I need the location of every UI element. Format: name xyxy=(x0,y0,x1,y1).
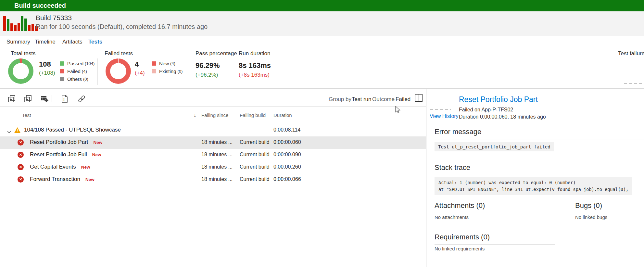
trend-sparkline-placeholder xyxy=(624,83,643,84)
failed-icon: ✕ xyxy=(18,139,24,146)
build-status-text: Build succeeded xyxy=(14,2,66,9)
total-tests-label: Total tests xyxy=(11,50,36,57)
group-by-label: Group by xyxy=(329,96,351,103)
stack-trace-heading: Stack trace xyxy=(435,163,644,175)
legend-item-new: New(4) xyxy=(152,59,183,67)
new-swatch xyxy=(152,61,156,66)
failing-since-cell: 18 minutes ... xyxy=(201,176,233,182)
passed-swatch xyxy=(60,61,64,66)
attachments-empty-text: No attachments xyxy=(435,214,469,220)
duration-cell: 0:00:00.060 xyxy=(273,139,301,145)
failing-build-cell: Current build xyxy=(240,176,270,182)
detail-test-title: Reset Portfolio Job Part xyxy=(459,95,538,104)
build-subtitle: Ran for 100 seconds (Default), completed… xyxy=(36,23,208,31)
new-badge: New xyxy=(92,152,101,157)
new-badge: New xyxy=(85,177,95,182)
failed-tests-label: Failed tests xyxy=(105,50,133,57)
test-results-pane: ! Group by Test run Outcome Failed Test … xyxy=(0,89,426,267)
requirements-empty-text: No linked requirements xyxy=(435,246,485,251)
divider xyxy=(426,122,644,122)
test-row[interactable]: ✕ Get Capital EventsNew 18 minutes ... C… xyxy=(0,161,426,173)
error-message-heading: Error message xyxy=(435,128,644,139)
legend-item-failed: Failed(4) xyxy=(60,67,95,75)
run-duration-delta: (+8s 163ms) xyxy=(239,72,270,78)
collapse-all-icon[interactable] xyxy=(24,95,32,103)
total-tests-legend: Passed(104) Failed(4) Others(0) xyxy=(60,59,95,83)
pass-percentage-value: 96.29% xyxy=(196,61,220,70)
column-header-failing-since[interactable]: Failing since xyxy=(201,112,228,118)
test-detail-panel: Reset Portfolio Job Part View History Fa… xyxy=(426,89,644,267)
chevron-down-icon[interactable] xyxy=(7,129,11,132)
results-rows: ! 104/108 Passed - UTPLSQL Showcase 0:00… xyxy=(0,124,426,186)
link-icon[interactable] xyxy=(77,95,86,103)
new-badge: New xyxy=(94,140,103,145)
view-history-link[interactable]: View History xyxy=(430,113,459,119)
results-grid-header: Test ↓ Failing since Failing build Durat… xyxy=(0,107,426,122)
total-tests-delta: (+108) xyxy=(39,70,55,76)
legend-item-existing: Existing(0) xyxy=(152,67,183,75)
existing-swatch xyxy=(152,69,156,73)
requirements-heading: Requirements (0) xyxy=(435,233,555,245)
run-duration-label: Run duration xyxy=(239,50,270,57)
column-header-duration[interactable]: Duration xyxy=(273,112,292,118)
stack-trace-text: Actual: 1 (number) was expected to equal… xyxy=(435,177,632,195)
tab-summary[interactable]: Summary xyxy=(6,39,30,45)
duration-cell: 0:00:00.090 xyxy=(273,152,301,158)
new-badge: New xyxy=(81,165,90,170)
failing-build-cell: Current build xyxy=(240,139,270,145)
failing-build-cell: Current build xyxy=(240,164,270,170)
build-header: Build 75333 Ran for 100 seconds (Default… xyxy=(0,11,644,36)
history-sparkline-placeholder xyxy=(430,109,451,110)
group-row[interactable]: ! 104/108 Passed - UTPLSQL Showcase 0:00… xyxy=(0,124,426,136)
total-tests-value: 108 xyxy=(39,60,51,69)
outcome-value[interactable]: Failed xyxy=(396,96,410,103)
results-toolbar: ! Group by Test run Outcome Failed xyxy=(0,89,426,107)
bugs-empty-text: No linked bugs xyxy=(575,214,607,220)
svg-text:!: ! xyxy=(63,97,65,102)
failed-tests-donut xyxy=(106,58,131,84)
split-view-icon[interactable] xyxy=(415,94,423,102)
test-name: Reset Portfolio Job Part xyxy=(30,139,88,145)
run-duration-value: 8s 163ms xyxy=(239,61,271,70)
failing-since-cell: 18 minutes ... xyxy=(201,152,233,158)
build-tests-page: Build succeeded Build 75333 Ran for 100 … xyxy=(0,0,644,267)
failed-tests-value: 4 xyxy=(135,60,139,69)
failed-icon: ✕ xyxy=(18,152,24,158)
divider xyxy=(97,58,98,85)
detail-failed-on: Failed on App-P-TFS02 xyxy=(459,107,513,113)
group-by-value[interactable]: Test run xyxy=(352,96,371,103)
failing-since-cell: 18 minutes ... xyxy=(201,164,233,170)
warning-icon: ! xyxy=(14,127,20,133)
test-name: Get Capital Events xyxy=(30,164,76,170)
test-name: Forward Transaction xyxy=(30,176,80,182)
error-message-text: Test ut_p_reset_portfolio_job_part faile… xyxy=(435,142,554,151)
failing-since-cell: 18 minutes ... xyxy=(201,139,233,145)
test-row[interactable]: ✕ Reset Portfolio Job PartNew 18 minutes… xyxy=(0,136,426,149)
group-row-duration: 0:00:08.114 xyxy=(273,127,300,133)
pass-percentage-label: Pass percentage xyxy=(196,50,237,57)
toolbar-divider xyxy=(52,95,52,102)
outcome-label: Outcome xyxy=(372,96,395,103)
build-status-banner: Build succeeded xyxy=(0,0,644,11)
column-header-test[interactable]: Test xyxy=(22,112,31,118)
error-details-icon[interactable]: ! xyxy=(60,95,69,103)
sort-descending-icon[interactable]: ↓ xyxy=(194,112,196,118)
bugs-heading: Bugs (0) xyxy=(575,201,628,213)
pass-percentage-delta: (+96.2%) xyxy=(196,72,218,78)
failed-icon: ✕ xyxy=(18,164,24,170)
tab-timeline[interactable]: Timeline xyxy=(35,39,56,45)
mouse-cursor xyxy=(395,106,401,115)
test-name: Reset Portfolio Job Full xyxy=(30,151,87,158)
duration-cell: 0:00:00.066 xyxy=(273,176,301,182)
column-options-icon[interactable] xyxy=(40,95,49,103)
test-row[interactable]: ✕ Reset Portfolio Job FullNew 18 minutes… xyxy=(0,149,426,161)
build-history-chart-icon xyxy=(3,16,38,31)
test-row[interactable]: ✕ Forward TransactionNew 18 minutes ... … xyxy=(0,173,426,186)
tab-artifacts[interactable]: Artifacts xyxy=(62,39,82,45)
column-header-failing-build[interactable]: Failing build xyxy=(240,112,266,118)
tab-tests[interactable]: Tests xyxy=(88,39,102,45)
legend-item-others: Others(0) xyxy=(60,75,95,83)
expand-all-icon[interactable] xyxy=(7,95,16,103)
divider xyxy=(232,58,232,85)
divider xyxy=(188,58,188,85)
